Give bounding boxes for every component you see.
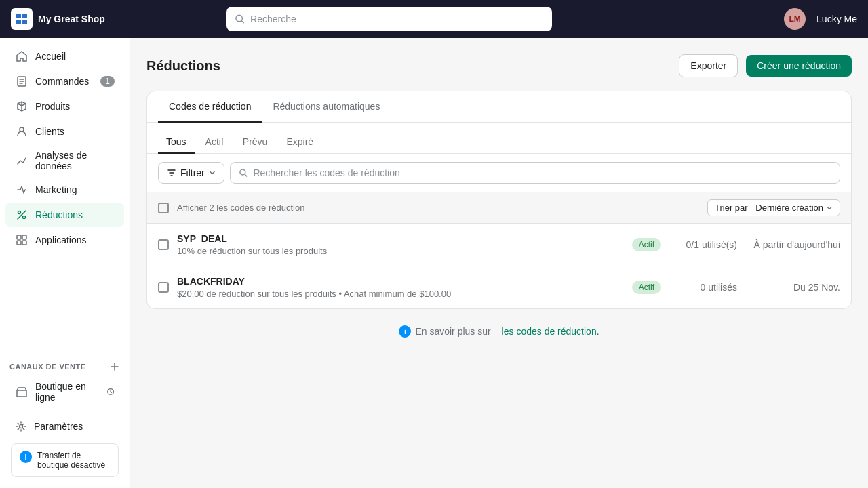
tab-tous[interactable]: Tous <box>158 131 195 154</box>
page-title: Réductions <box>146 58 220 74</box>
codes-link[interactable]: les codes de réduction. <box>502 326 599 337</box>
page-header: Réductions Exporter Créer une réduction <box>146 54 852 77</box>
sidebar-item-applications[interactable]: Applications <box>5 228 124 252</box>
svg-point-15 <box>240 169 245 175</box>
filter-icon <box>167 168 176 178</box>
select-all-checkbox[interactable] <box>158 203 169 214</box>
svg-rect-12 <box>22 241 26 245</box>
sidebar-nav: Accueil Commandes 1 Produits <box>0 38 130 353</box>
tab-prevu[interactable]: Prévu <box>235 131 276 154</box>
primary-tabs: Codes de réduction Réductions automatiqu… <box>147 92 851 123</box>
header-actions: Exporter Créer une réduction <box>679 54 852 77</box>
tab-expire[interactable]: Expiré <box>278 131 321 154</box>
sidebar-item-accueil[interactable]: Accueil <box>5 44 124 68</box>
app-name: My Great Shop <box>38 14 105 24</box>
marketing-icon <box>15 183 28 197</box>
sidebar-item-analyses[interactable]: Analyses de données <box>5 144 124 177</box>
sidebar-item-boutique[interactable]: Boutique en ligne <box>5 375 124 408</box>
sidebar-item-parametres[interactable]: Paramètres <box>5 415 124 438</box>
add-channel-icon[interactable] <box>109 361 120 372</box>
row-desc-1: 10% de réduction sur tous les produits <box>177 246 624 256</box>
sidebar-item-produits[interactable]: Produits <box>5 94 124 119</box>
global-search-input[interactable] <box>250 14 544 24</box>
svg-rect-3 <box>22 20 27 24</box>
search-bar <box>226 7 552 31</box>
codes-search-icon <box>239 168 248 178</box>
store-icon <box>15 385 28 399</box>
logo-area[interactable]: My Great Shop <box>11 8 105 30</box>
sort-button[interactable]: Trier par Dernière création <box>707 199 840 216</box>
codes-search-input[interactable] <box>253 167 831 178</box>
tab-codes-reduction[interactable]: Codes de réduction <box>158 92 262 123</box>
info-icon: i <box>399 325 411 338</box>
logo-icon <box>11 8 33 30</box>
sidebar: Accueil Commandes 1 Produits <box>0 38 130 488</box>
sidebar-item-commandes[interactable]: Commandes 1 <box>5 69 124 94</box>
table-row[interactable]: SYP_DEAL 10% de réduction sur tous les p… <box>147 224 851 266</box>
sidebar-item-marketing[interactable]: Marketing <box>5 178 124 202</box>
secondary-tabs: Tous Actif Prévu Expiré <box>147 123 851 154</box>
transfer-info-icon: i <box>20 451 32 463</box>
table-header: Afficher 2 les codes de réduction Trier … <box>147 192 851 224</box>
tab-actif[interactable]: Actif <box>197 131 232 154</box>
products-icon <box>15 100 28 113</box>
main-content: Réductions Exporter Créer une réduction … <box>130 38 868 488</box>
boutique-settings-icon[interactable] <box>106 387 115 396</box>
row-status-1: Actif <box>632 238 661 251</box>
row-checkbox-2[interactable] <box>158 282 169 293</box>
row-date-1: À partir d'aujourd'hui <box>745 239 840 250</box>
table-row[interactable]: BLACKFRIDAY $20.00 de réduction sur tous… <box>147 266 851 308</box>
settings-icon <box>15 420 27 432</box>
search-icon <box>235 14 245 24</box>
chevron-down-icon <box>209 169 216 176</box>
channels-section: CANAUX DE VENTE Boutique en ligne <box>0 353 130 409</box>
row-info-1: SYP_DEAL 10% de réduction sur tous les p… <box>177 233 624 256</box>
orders-badge: 1 <box>100 76 115 87</box>
channels-label: CANAUX DE VENTE <box>0 353 130 375</box>
row-code-1: SYP_DEAL <box>177 233 624 244</box>
svg-point-6 <box>20 127 24 131</box>
svg-rect-9 <box>17 235 21 239</box>
row-usage-2: 0 utilisés <box>669 282 737 293</box>
row-info-2: BLACKFRIDAY $20.00 de réduction sur tous… <box>177 276 624 299</box>
svg-point-8 <box>23 216 26 219</box>
reductions-icon <box>15 208 28 222</box>
svg-rect-1 <box>22 14 27 18</box>
filter-button[interactable]: Filtrer <box>158 162 224 184</box>
row-status-2: Actif <box>632 281 661 294</box>
user-avatar[interactable]: LM <box>784 8 806 30</box>
sort-chevron-icon <box>826 205 833 211</box>
reductions-card: Codes de réduction Réductions automatiqu… <box>146 91 852 309</box>
table-count-label: Afficher 2 les codes de réduction <box>177 203 699 213</box>
analytics-icon <box>15 154 28 167</box>
row-desc-2: $20.00 de réduction sur tous les produit… <box>177 289 624 299</box>
apps-icon <box>15 233 28 247</box>
row-code-2: BLACKFRIDAY <box>177 276 624 287</box>
sidebar-item-reductions[interactable]: Réductions <box>5 203 124 227</box>
row-checkbox-1[interactable] <box>158 239 169 250</box>
svg-rect-11 <box>17 241 21 245</box>
sidebar-bottom: Paramètres i Transfert de boutique désac… <box>0 409 130 488</box>
svg-rect-10 <box>22 235 26 239</box>
export-button[interactable]: Exporter <box>679 54 738 77</box>
info-footer: i En savoir plus sur les codes de réduct… <box>146 309 852 354</box>
user-name: Lucky Me <box>816 14 857 24</box>
row-usage-1: 0/1 utilisé(s) <box>669 239 737 250</box>
tab-reductions-automatiques[interactable]: Réductions automatiques <box>262 92 391 123</box>
clients-icon <box>15 125 28 138</box>
svg-rect-2 <box>16 20 21 24</box>
transfer-notice: i Transfert de boutique désactivé <box>11 443 119 477</box>
svg-point-7 <box>18 211 21 214</box>
svg-rect-0 <box>16 14 21 18</box>
create-reduction-button[interactable]: Créer une réduction <box>746 55 852 77</box>
orders-icon <box>15 75 28 88</box>
home-icon <box>15 49 28 63</box>
filter-bar: Filtrer <box>147 154 851 192</box>
sidebar-item-clients[interactable]: Clients <box>5 119 124 144</box>
row-date-2: Du 25 Nov. <box>745 282 840 293</box>
top-bar: My Great Shop LM Lucky Me <box>0 0 868 38</box>
codes-search-wrapper <box>230 162 840 184</box>
